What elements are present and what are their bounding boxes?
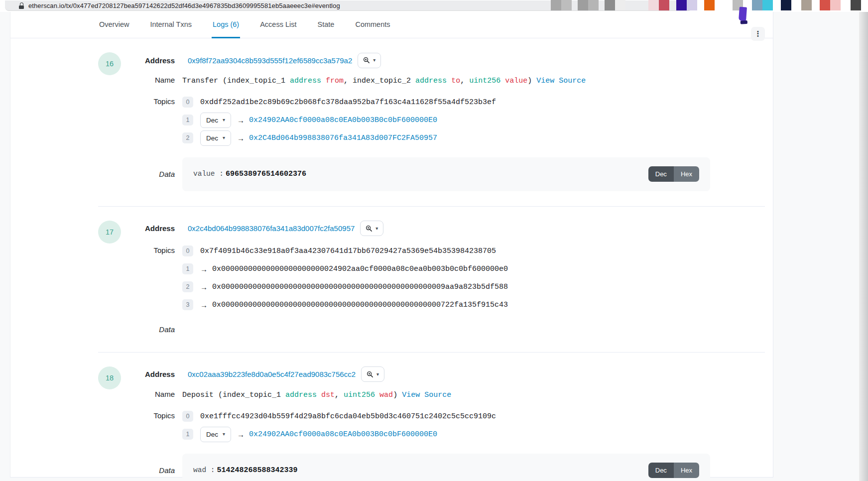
dec-button[interactable]: Dec bbox=[648, 463, 674, 478]
magnifier-icon bbox=[366, 225, 372, 232]
tab-comments[interactable]: Comments bbox=[354, 12, 391, 38]
topic-row: 0 0xddf252ad1be2c89b69c2b068fc378daa952b… bbox=[182, 95, 765, 110]
swatch bbox=[578, 0, 588, 10]
arrow-right-icon: → bbox=[237, 134, 245, 142]
magnifier-icon bbox=[367, 371, 373, 378]
topics-row: Topics 0 0xe1fffcc4923d04b559f4d29a8bfc6… bbox=[136, 409, 765, 445]
swatch bbox=[781, 0, 791, 10]
topic-row: 1 → 0x00000000000000000000000024902aa0cf… bbox=[182, 261, 765, 277]
tab-internal-txns[interactable]: Internal Txns bbox=[149, 12, 193, 38]
address-row: Address 0x9f8f72aa9304c8b593d555f12ef658… bbox=[136, 51, 765, 69]
browser-topbar: etherscan.io/tx/0x477ed7208127bea5971426… bbox=[0, 0, 868, 12]
topic-index: 1 bbox=[182, 429, 193, 440]
topic-index: 0 bbox=[182, 245, 193, 256]
log-entry-18: 18 Address 0xc02aaa39b223fe8d0a0e5c4f27e… bbox=[98, 352, 765, 481]
topics-label: Topics bbox=[136, 97, 175, 106]
address-link[interactable]: 0x2c4bd064b998838076fa341a83d007fc2fa509… bbox=[188, 224, 355, 233]
view-source-link[interactable]: View Source bbox=[536, 77, 586, 85]
chevron-down-icon: ▾ bbox=[373, 58, 375, 63]
log-index-badge: 18 bbox=[98, 366, 121, 389]
hex-button[interactable]: Hex bbox=[674, 166, 699, 182]
chevron-down-icon: ▾ bbox=[376, 372, 379, 377]
log-entry-17: 17 Address 0x2c4bd064b998838076fa341a83d… bbox=[98, 206, 765, 352]
chevron-down-icon: ▾ bbox=[223, 432, 225, 437]
topic-format-select[interactable]: Dec▾ bbox=[200, 130, 231, 146]
data-row: Data wad :514248268588342339 Dec Hex bbox=[136, 454, 765, 481]
data-label: Data bbox=[136, 325, 175, 334]
topic-value: 0x00000000000000000000000000000000000000… bbox=[212, 301, 508, 309]
data-row: Data value :696538976514602376 Dec Hex bbox=[136, 157, 765, 191]
magnifier-icon bbox=[363, 57, 370, 64]
data-label: Data bbox=[136, 170, 175, 178]
swatch bbox=[752, 0, 762, 10]
data-value: value :696538976514602376 bbox=[193, 170, 306, 178]
tab-logs[interactable]: Logs (6) bbox=[212, 12, 240, 38]
address-link[interactable]: 0xc02aaa39b223fe8d0a0e5c4f27ead9083c756c… bbox=[188, 370, 356, 378]
topic-index: 1 bbox=[182, 115, 193, 125]
data-box: value :696538976514602376 Dec Hex bbox=[182, 157, 710, 191]
topic-index: 2 bbox=[182, 281, 193, 292]
swatch bbox=[801, 0, 812, 10]
event-name-row: Name Transfer (index_topic_1 address fro… bbox=[136, 76, 765, 87]
topic-index: 1 bbox=[182, 263, 193, 274]
swatch bbox=[659, 0, 669, 10]
more-options-button[interactable]: ⋮ bbox=[751, 27, 765, 41]
topic-row: 0 0x7f4091b46c33e918a0f3aa42307641d17bb6… bbox=[182, 243, 765, 259]
topics-label: Topics bbox=[136, 411, 175, 420]
topics-row: Topics 0 0x7f4091b46c33e918a0f3aa4230764… bbox=[136, 243, 765, 315]
swatch bbox=[605, 0, 615, 10]
log-index-badge: 17 bbox=[98, 221, 121, 243]
swatch bbox=[687, 0, 697, 10]
topic-row: 2 Dec▾ → 0x2C4Bd064b998838076fa341A83d00… bbox=[182, 130, 765, 146]
topic-address-link[interactable]: 0x24902AA0cf0000a08c0EA0b003B0c0bF600000… bbox=[249, 116, 437, 124]
hex-button[interactable]: Hex bbox=[674, 463, 699, 478]
topic-row: 1 Dec▾ → 0x24902AA0cf0000a08c0EA0b003B0c… bbox=[182, 113, 765, 128]
address-zoom-dropdown[interactable]: ▾ bbox=[360, 221, 383, 236]
data-value: wad :514248268588342339 bbox=[193, 466, 298, 475]
topic-address-link[interactable]: 0x24902AA0cf0000a08c0EA0b003B0c0bF600000… bbox=[249, 430, 437, 439]
address-zoom-dropdown[interactable]: ▾ bbox=[358, 53, 381, 68]
swatch bbox=[704, 0, 715, 10]
arrow-right-icon: → bbox=[200, 265, 208, 273]
address-label: Address bbox=[136, 224, 175, 233]
topic-value: 0x00000000000000000000000000000000000000… bbox=[212, 283, 508, 291]
kebab-icon: ⋮ bbox=[754, 29, 762, 38]
arrow-right-icon: → bbox=[200, 301, 208, 309]
log-index-badge: 16 bbox=[98, 52, 121, 75]
swatch bbox=[830, 0, 841, 10]
topic-row: 2 → 0x0000000000000000000000000000000000… bbox=[182, 279, 765, 295]
tab-bar: Overview Internal Txns Logs (6) Access L… bbox=[10, 12, 773, 38]
topic-row: 3 → 0x0000000000000000000000000000000000… bbox=[182, 297, 765, 313]
topic-address-link[interactable]: 0x2C4Bd064b998838076fa341A83d007FC2FA509… bbox=[249, 134, 437, 142]
dec-hex-toggle: Dec Hex bbox=[648, 463, 699, 478]
dec-button[interactable]: Dec bbox=[648, 166, 674, 182]
arrow-right-icon: → bbox=[237, 430, 245, 439]
topic-index: 2 bbox=[182, 132, 193, 143]
address-label: Address bbox=[136, 56, 175, 65]
address-link[interactable]: 0x9f8f72aa9304c8b593d555f12ef6589cc3a579… bbox=[188, 56, 352, 65]
data-box: wad :514248268588342339 Dec Hex bbox=[182, 454, 710, 481]
address-row: Address 0x2c4bd064b998838076fa341a83d007… bbox=[136, 220, 765, 238]
name-label: Name bbox=[136, 76, 175, 84]
chevron-down-icon: ▾ bbox=[223, 135, 225, 140]
topics-row: Topics 0 0xddf252ad1be2c89b69c2b068fc378… bbox=[136, 95, 765, 148]
swatch bbox=[615, 0, 625, 10]
transaction-card: Overview Internal Txns Logs (6) Access L… bbox=[10, 12, 773, 478]
topic-format-select[interactable]: Dec▾ bbox=[200, 427, 231, 442]
topic-index: 3 bbox=[182, 299, 193, 310]
etherscan-eventlog-page: etherscan.io/tx/0x477ed7208127bea5971426… bbox=[0, 0, 868, 481]
scrollbar[interactable] bbox=[859, 12, 868, 481]
swatch bbox=[648, 0, 659, 10]
topic-index: 0 bbox=[182, 97, 193, 108]
swatch bbox=[588, 0, 599, 10]
swatch bbox=[561, 0, 572, 10]
tab-state[interactable]: State bbox=[317, 12, 336, 38]
tab-overview[interactable]: Overview bbox=[98, 12, 130, 38]
topic-format-select[interactable]: Dec▾ bbox=[200, 113, 231, 128]
address-zoom-dropdown[interactable]: ▾ bbox=[361, 366, 384, 382]
view-source-link[interactable]: View Source bbox=[402, 391, 451, 399]
data-row: Data bbox=[136, 322, 765, 337]
topics-label: Topics bbox=[136, 246, 175, 254]
swatch bbox=[676, 0, 687, 10]
tab-access-list[interactable]: Access List bbox=[259, 12, 297, 38]
